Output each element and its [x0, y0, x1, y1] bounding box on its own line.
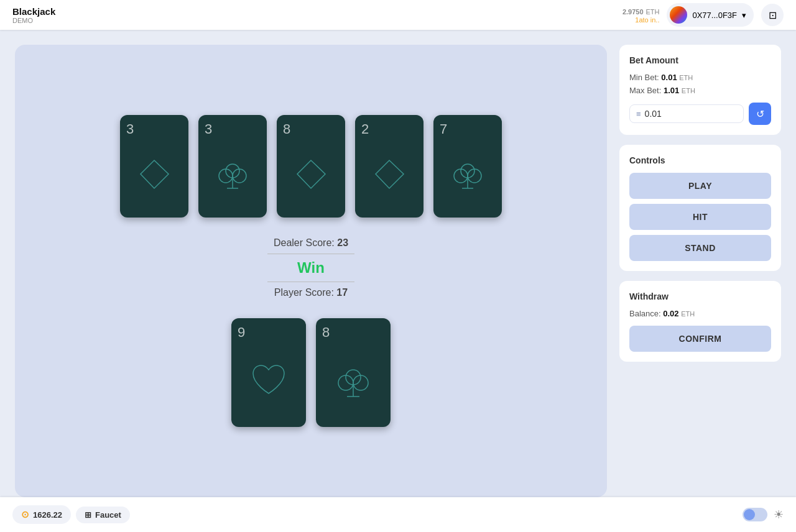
score-area: Dealer Score: 23 Win Player Score: 17 — [267, 237, 354, 298]
dealer-card-4: 2 — [355, 115, 423, 218]
max-bet-value: 1.01 — [664, 86, 679, 95]
dealer-card-5-suit — [440, 137, 496, 211]
eth-icon: ≡ — [636, 109, 641, 119]
wallet-button[interactable]: 0X77...0F3F ▾ — [667, 3, 754, 27]
faucet-icon: ⊞ — [85, 510, 91, 520]
dealer-card-2-number: 3 — [205, 121, 261, 137]
player-score-label: Player Score: — [274, 287, 334, 298]
player-card-2-suit — [322, 341, 384, 421]
dealer-card-3: 8 — [277, 115, 345, 218]
score-divider-top — [267, 254, 354, 254]
min-bet-unit: ETH — [679, 74, 693, 81]
game-result: Win — [267, 259, 354, 277]
dealer-card-3-suit — [283, 137, 339, 211]
balance-sub: 1ato in.. — [622, 16, 660, 24]
controls-title: Controls — [629, 155, 665, 165]
bet-input-row: ≡ ↺ — [629, 103, 771, 125]
dealer-score-value: 23 — [337, 237, 348, 248]
chevron-down-icon: ▾ — [742, 11, 746, 20]
dealer-card-2: 3 — [198, 115, 267, 218]
withdraw-title: Withdraw — [629, 291, 669, 301]
right-panel: Bet Amount Min Bet: 0.01 ETH Max Bet: 1.… — [619, 45, 781, 497]
wallet-address: 0X77...0F3F — [692, 11, 737, 20]
withdraw-balance-value: 0.02 — [663, 309, 678, 318]
wallet-avatar — [670, 6, 687, 24]
bet-input-wrapper: ≡ — [629, 104, 744, 123]
app-subtitle: DEMO — [12, 17, 55, 24]
player-score: Player Score: 17 — [267, 287, 354, 298]
header: Blackjack DEMO 2.9750 ETH 1ato in.. 0X77… — [0, 0, 796, 30]
dealer-score: Dealer Score: 23 — [267, 237, 354, 249]
stand-button[interactable]: STAND — [629, 235, 771, 261]
sun-icon[interactable]: ☀ — [774, 508, 784, 521]
header-left: Blackjack DEMO — [12, 6, 55, 24]
footer-balance-amount: 1626.22 — [33, 510, 62, 520]
camera-icon: ⊡ — [769, 9, 777, 21]
bet-amount-section: Bet Amount Min Bet: 0.01 ETH Max Bet: 1.… — [619, 45, 781, 135]
dealer-card-1-suit — [126, 137, 182, 211]
dealer-card-1-number: 3 — [126, 121, 182, 137]
min-bet-label: Min Bet: — [629, 73, 659, 82]
dealer-cards-row: 3 3 — [120, 115, 502, 218]
player-card-1-number: 9 — [238, 324, 300, 341]
dealer-card-1: 3 — [120, 115, 188, 218]
withdraw-balance-row: Balance: 0.02 ETH — [629, 309, 771, 318]
dealer-card-5-number: 7 — [440, 121, 496, 137]
player-cards-row: 9 8 — [231, 318, 391, 427]
dealer-card-4-suit — [361, 137, 417, 211]
player-card-1: 9 — [231, 318, 306, 427]
footer-right: ☀ — [743, 508, 784, 521]
max-bet-row: Max Bet: 1.01 ETH — [629, 86, 771, 95]
balance-info: 2.9750 ETH 1ato in.. — [622, 6, 660, 24]
controls-section: Controls PLAY HIT STAND — [619, 145, 781, 271]
confirm-button[interactable]: CONFIRM — [629, 326, 771, 352]
bet-input[interactable] — [645, 109, 737, 119]
hit-button[interactable]: HIT — [629, 204, 771, 230]
play-button[interactable]: PLAY — [629, 173, 771, 199]
header-right: 2.9750 ETH 1ato in.. 0X77...0F3F ▾ ⊡ — [622, 3, 784, 27]
player-card-1-suit — [238, 341, 300, 421]
player-score-value: 17 — [336, 287, 348, 298]
faucet-label: Faucet — [95, 510, 121, 520]
app-title: Blackjack — [12, 6, 55, 17]
faucet-button[interactable]: ⊞ Faucet — [76, 507, 130, 523]
bet-amount-title: Bet Amount — [629, 55, 678, 65]
withdraw-balance-unit: ETH — [681, 310, 695, 318]
dealer-card-2-suit — [205, 137, 261, 211]
player-card-2-number: 8 — [322, 324, 384, 341]
svg-marker-7 — [376, 160, 404, 188]
footer-left: ⊙ 1626.22 ⊞ Faucet — [12, 505, 130, 524]
svg-marker-6 — [297, 160, 325, 188]
balance-eth-amount: 2.9750 ETH — [622, 6, 660, 16]
footer: ⊙ 1626.22 ⊞ Faucet ☀ — [0, 497, 796, 532]
min-bet-value: 0.01 — [661, 73, 677, 82]
withdraw-section: Withdraw Balance: 0.02 ETH CONFIRM — [619, 281, 781, 362]
main-content: 3 3 — [0, 30, 796, 497]
svg-marker-0 — [141, 160, 169, 188]
dealer-card-3-number: 8 — [283, 121, 339, 137]
coin-icon: ⊙ — [21, 509, 29, 520]
theme-toggle[interactable] — [743, 508, 767, 521]
max-bet-label: Max Bet: — [629, 86, 661, 95]
refresh-icon: ↺ — [756, 108, 764, 120]
dealer-score-label: Dealer Score: — [274, 237, 335, 248]
settings-button[interactable]: ⊡ — [761, 4, 784, 26]
max-bet-unit: ETH — [682, 87, 695, 94]
game-area: 3 3 — [15, 45, 607, 497]
footer-balance-chip[interactable]: ⊙ 1626.22 — [12, 505, 71, 524]
player-card-2: 8 — [316, 318, 391, 427]
bet-refresh-button[interactable]: ↺ — [749, 103, 771, 125]
min-bet-row: Min Bet: 0.01 ETH — [629, 73, 771, 82]
dealer-card-5: 7 — [433, 115, 502, 218]
score-divider-bottom — [267, 282, 354, 282]
dealer-card-4-number: 2 — [361, 121, 417, 137]
withdraw-balance-label: Balance: — [629, 309, 661, 318]
